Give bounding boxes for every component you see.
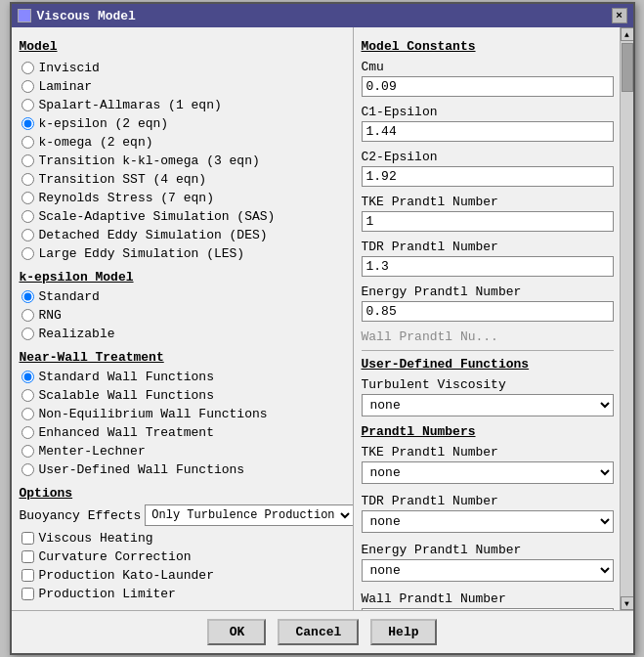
udf-wall-prandtl-select[interactable]: none — [362, 608, 614, 610]
title-bar: Viscous Model × — [12, 4, 633, 27]
kepsilon-realizable-label: Realizable — [39, 327, 115, 341]
model-les[interactable]: Large Eddy Simulation (LES) — [20, 245, 345, 262]
opt-production-limiter[interactable]: Production Limiter — [20, 586, 345, 602]
cancel-button[interactable]: Cancel — [278, 619, 359, 645]
dialog-title: Viscous Model — [37, 9, 136, 23]
c2epsilon-label: C2-Epsilon — [362, 150, 614, 164]
nw-standard-wf-label: Standard Wall Functions — [39, 370, 214, 384]
opt-production-kato-label: Production Kato-Launder — [39, 568, 214, 583]
udf-wall-prandtl-label: Wall Prandtl Number — [362, 591, 614, 606]
turbulent-viscosity-label: Turbulent Viscosity — [362, 377, 614, 392]
model-komega-label: k-omega (2 eqn) — [39, 135, 153, 150]
model-laminar-label: Laminar — [39, 79, 93, 94]
left-panel: Model Inviscid Laminar Spalart-Allmaras … — [12, 27, 354, 610]
model-transition-sst-label: Transition SST (4 eqn) — [39, 172, 207, 187]
opt-viscous-heating[interactable]: Viscous Heating — [20, 530, 345, 547]
model-kepsilon[interactable]: k-epsilon (2 eqn) — [20, 115, 345, 132]
udf-tdr-prandtl-label: TDR Prandtl Number — [362, 494, 614, 508]
model-sas[interactable]: Scale-Adaptive Simulation (SAS) — [20, 208, 345, 225]
c2epsilon-input[interactable] — [362, 166, 614, 187]
nw-menter[interactable]: Menter-Lechner — [20, 443, 345, 460]
viscous-model-dialog: Viscous Model × Model Inviscid Laminar S… — [10, 2, 635, 655]
nw-nonequil-wf[interactable]: Non-Equilibrium Wall Functions — [20, 406, 345, 422]
kepsilon-realizable[interactable]: Realizable — [20, 326, 345, 342]
model-sas-label: Scale-Adaptive Simulation (SAS) — [39, 209, 276, 224]
energy-prandtl-input[interactable] — [362, 301, 614, 322]
opt-production-limiter-label: Production Limiter — [39, 587, 176, 601]
dialog-icon — [18, 9, 31, 22]
model-inviscid[interactable]: Inviscid — [20, 60, 345, 76]
nw-standard-wf[interactable]: Standard Wall Functions — [20, 369, 345, 385]
nw-enhanced-wt-label: Enhanced Wall Treatment — [39, 425, 214, 440]
close-button[interactable]: × — [612, 8, 627, 23]
udf-energy-prandtl-label: Energy Prandtl Number — [362, 543, 614, 557]
right-panel: Model Constants Cmu C1-Epsilon C2-Epsilo… — [354, 27, 633, 610]
kepsilon-standard[interactable]: Standard — [20, 288, 345, 305]
opt-curvature-correction-label: Curvature Correction — [39, 549, 192, 564]
title-bar-left: Viscous Model — [18, 9, 136, 23]
tdr-prandtl-input[interactable] — [362, 256, 614, 277]
bottom-bar: OK Cancel Help — [12, 610, 633, 653]
model-des-label: Detached Eddy Simulation (DES) — [39, 228, 268, 242]
model-laminar[interactable]: Laminar — [20, 78, 345, 95]
udf-title: User-Defined Functions — [362, 357, 614, 372]
kepsilon-model-title: k-epsilon Model — [20, 270, 345, 285]
nw-enhanced-wt[interactable]: Enhanced Wall Treatment — [20, 424, 345, 441]
prandtl-numbers-title: Prandtl Numbers — [362, 424, 614, 439]
model-spalart-label: Spalart-Allmaras (1 eqn) — [39, 98, 222, 112]
nw-scalable-wf[interactable]: Scalable Wall Functions — [20, 387, 345, 404]
model-section-title: Model — [20, 39, 345, 54]
model-des[interactable]: Detached Eddy Simulation (DES) — [20, 227, 345, 243]
ok-button[interactable]: OK — [207, 619, 266, 645]
model-inviscid-label: Inviscid — [39, 61, 100, 75]
tke-prandtl-input[interactable] — [362, 211, 614, 232]
buoyancy-row: Buoyancy Effects Off Full Effects Only T… — [20, 504, 345, 526]
kepsilon-standard-label: Standard — [39, 289, 100, 304]
scrollbar-thumb[interactable] — [622, 43, 633, 92]
model-spalart[interactable]: Spalart-Allmaras (1 eqn) — [20, 97, 345, 113]
model-reynolds-label: Reynolds Stress (7 eqn) — [39, 191, 214, 205]
turbulent-viscosity-select[interactable]: none — [362, 394, 614, 416]
nw-userdefined-wf[interactable]: User-Defined Wall Functions — [20, 461, 345, 478]
cmu-input[interactable] — [362, 76, 614, 97]
c1epsilon-label: C1-Epsilon — [362, 105, 614, 119]
cmu-label: Cmu — [362, 60, 614, 74]
nw-scalable-wf-label: Scalable Wall Functions — [39, 388, 214, 403]
kepsilon-rng-label: RNG — [39, 308, 62, 323]
model-kepsilon-label: k-epsilon (2 eqn) — [39, 116, 169, 131]
nw-userdefined-wf-label: User-Defined Wall Functions — [39, 462, 245, 477]
udf-energy-prandtl-select[interactable]: none — [362, 559, 614, 582]
model-transition-sst[interactable]: Transition SST (4 eqn) — [20, 171, 345, 188]
model-constants-title: Model Constants — [362, 39, 614, 54]
opt-curvature-correction[interactable]: Curvature Correction — [20, 548, 345, 565]
udf-tdr-prandtl-select[interactable]: none — [362, 510, 614, 533]
energy-prandtl-label: Energy Prandtl Number — [362, 285, 614, 299]
c1epsilon-input[interactable] — [362, 121, 614, 142]
opt-viscous-heating-label: Viscous Heating — [39, 531, 153, 546]
tdr-prandtl-label: TDR Prandtl Number — [362, 240, 614, 254]
model-les-label: Large Eddy Simulation (LES) — [39, 246, 245, 261]
wall-prandtl-label-mc: Wall Prandtl Nu... — [362, 329, 614, 344]
buoyancy-label: Buoyancy Effects — [20, 508, 142, 523]
kepsilon-rng[interactable]: RNG — [20, 307, 345, 324]
scroll-up-button[interactable]: ▲ — [621, 27, 633, 41]
buoyancy-select[interactable]: Off Full Effects Only Turbulence Product… — [145, 504, 353, 526]
model-transition-kk[interactable]: Transition k-kl-omega (3 eqn) — [20, 153, 345, 169]
options-section-title: Options — [20, 486, 345, 501]
udf-tke-prandtl-select[interactable]: none — [362, 461, 614, 484]
opt-production-kato[interactable]: Production Kato-Launder — [20, 567, 345, 584]
right-scrollbar[interactable]: ▲ ▼ — [620, 27, 633, 610]
model-komega[interactable]: k-omega (2 eqn) — [20, 134, 345, 151]
tke-prandtl-label: TKE Prandtl Number — [362, 195, 614, 209]
nw-nonequil-wf-label: Non-Equilibrium Wall Functions — [39, 407, 268, 421]
help-button[interactable]: Help — [370, 619, 436, 645]
model-reynolds[interactable]: Reynolds Stress (7 eqn) — [20, 190, 345, 206]
model-transition-kk-label: Transition k-kl-omega (3 eqn) — [39, 153, 260, 168]
scroll-down-button[interactable]: ▼ — [621, 596, 633, 610]
near-wall-title: Near-Wall Treatment — [20, 350, 345, 365]
nw-menter-label: Menter-Lechner — [39, 444, 146, 459]
udf-tke-prandtl-label: TKE Prandtl Number — [362, 445, 614, 460]
